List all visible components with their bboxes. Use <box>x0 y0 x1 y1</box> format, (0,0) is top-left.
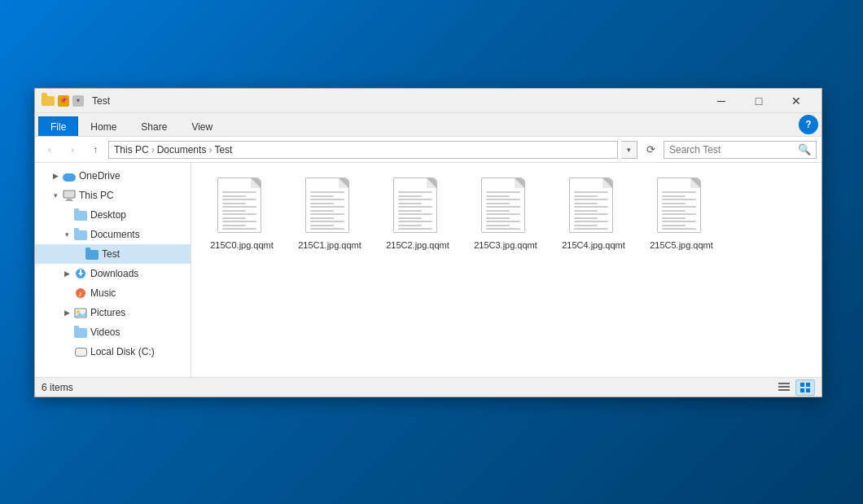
doc-line <box>662 232 686 234</box>
sidebar-item-test[interactable]: ▶ Test <box>35 244 191 264</box>
doc-line <box>574 221 608 222</box>
doc-line <box>662 225 686 226</box>
path-documents: Documents <box>157 144 207 156</box>
sidebar: ▶ OneDrive ▾ This PC ▶ Desktop <box>35 163 191 377</box>
svg-rect-14 <box>800 383 804 387</box>
close-button[interactable]: ✕ <box>778 89 815 113</box>
maximize-button[interactable]: □ <box>740 89 778 113</box>
title-dropdown-btn[interactable]: ▾ <box>72 95 84 107</box>
tab-view[interactable]: View <box>179 116 225 136</box>
title-pin-icon: 📌 <box>58 95 69 107</box>
path-thispc: This PC <box>114 144 149 156</box>
file-icon-5 <box>657 177 706 236</box>
svg-rect-13 <box>778 389 790 391</box>
doc-line <box>310 203 334 204</box>
expand-downloads-icon: ▶ <box>61 268 72 279</box>
forward-button[interactable]: › <box>63 140 82 160</box>
doc-line <box>310 225 334 226</box>
tab-file[interactable]: File <box>38 116 78 136</box>
sidebar-item-music[interactable]: ▶ ♪ Music <box>35 283 191 303</box>
doc-line <box>398 225 422 226</box>
back-button[interactable]: ‹ <box>40 140 59 160</box>
window-title: Test <box>92 95 698 107</box>
file-item-0[interactable]: 215C0.jpg.qqmt <box>201 173 283 256</box>
doc-line <box>486 221 520 222</box>
file-item-2[interactable]: 215C2.jpg.qqmt <box>377 173 458 256</box>
file-item-1[interactable]: 215C1.jpg.qqmt <box>289 173 370 256</box>
minimize-button[interactable]: ─ <box>703 89 740 113</box>
svg-rect-5 <box>80 270 81 274</box>
help-button[interactable]: ? <box>799 115 818 134</box>
file-name-3: 215C3.jpg.qqmt <box>474 239 537 251</box>
sidebar-item-videos[interactable]: ▶ Videos <box>35 322 191 342</box>
main-content: 215C0.jpg.qqmt <box>191 163 821 377</box>
file-item-5[interactable]: 215C5.jpg.qqmt <box>641 173 722 256</box>
tab-share[interactable]: Share <box>129 116 179 136</box>
sidebar-item-pictures[interactable]: ▶ Pictures <box>35 303 191 322</box>
doc-line <box>222 206 256 208</box>
sidebar-item-downloads[interactable]: ▶ Downloads <box>35 264 191 283</box>
doc-line <box>310 191 344 193</box>
doc-line <box>486 195 510 197</box>
doc-line <box>398 199 432 200</box>
sidebar-item-label-desktop: Desktop <box>90 209 126 221</box>
sidebar-item-localdisk[interactable]: ▶ Local Disk (C:) <box>35 342 191 362</box>
tab-home[interactable]: Home <box>78 116 129 136</box>
sidebar-item-label-localdisk: Local Disk (C:) <box>90 346 155 357</box>
doc-line <box>310 232 334 234</box>
expand-thispc-icon: ▾ <box>50 190 61 201</box>
up-button[interactable]: ↑ <box>85 140 105 160</box>
doc-line <box>486 232 510 234</box>
title-bar-icons: 📌 ▾ <box>42 95 84 107</box>
doc-line <box>662 228 696 230</box>
search-input[interactable] <box>669 144 795 156</box>
doc-line <box>574 191 608 193</box>
doc-line <box>310 199 344 200</box>
sidebar-item-thispc[interactable]: ▾ This PC <box>35 186 191 205</box>
doc-line <box>222 203 246 204</box>
document-icon-2 <box>393 177 437 233</box>
sidebar-item-documents[interactable]: ▾ Documents <box>35 225 191 244</box>
expand-documents-icon: ▾ <box>61 229 72 240</box>
doc-line <box>398 232 422 234</box>
computer-icon <box>63 189 76 202</box>
doc-line <box>486 210 510 212</box>
doc-line <box>222 191 256 193</box>
doc-line <box>310 228 344 230</box>
music-icon: ♪ <box>74 287 87 300</box>
doc-line <box>310 217 334 219</box>
svg-rect-2 <box>65 200 73 201</box>
details-view-button[interactable] <box>774 379 794 396</box>
file-item-4[interactable]: 215C4.jpg.qqmt <box>553 173 634 256</box>
file-item-3[interactable]: 215C3.jpg.qqmt <box>465 173 546 256</box>
file-icon-0 <box>217 177 266 236</box>
file-icon-2 <box>393 177 442 236</box>
sidebar-item-label-onedrive: OneDrive <box>79 170 120 182</box>
search-box[interactable]: 🔍 <box>664 141 817 159</box>
doc-line <box>486 206 520 208</box>
address-path[interactable]: This PC › Documents › Test <box>108 141 618 159</box>
svg-text:♪: ♪ <box>78 289 82 298</box>
doc-line <box>486 191 520 193</box>
doc-line <box>398 203 422 204</box>
refresh-button[interactable]: ⟳ <box>641 140 660 160</box>
path-test: Test <box>214 144 232 156</box>
sidebar-item-desktop[interactable]: ▶ Desktop <box>35 205 191 225</box>
grid-view-button[interactable] <box>795 379 815 396</box>
svg-rect-16 <box>800 388 804 392</box>
file-name-1: 215C1.jpg.qqmt <box>298 239 361 251</box>
sidebar-item-onedrive[interactable]: ▶ OneDrive <box>35 166 191 186</box>
view-buttons <box>774 379 815 396</box>
doc-line <box>574 228 608 230</box>
svg-rect-15 <box>806 383 810 387</box>
sidebar-item-label-thispc: This PC <box>79 190 114 201</box>
ribbon: File Home Share View ? <box>35 113 821 137</box>
doc-line <box>574 213 608 215</box>
doc-line <box>398 228 432 230</box>
status-bar: 6 items <box>35 377 821 397</box>
videos-folder-icon <box>74 326 87 339</box>
doc-line <box>574 210 598 212</box>
window-controls: ─ □ ✕ <box>703 89 815 113</box>
sidebar-item-label-documents: Documents <box>90 229 140 240</box>
address-dropdown-button[interactable]: ▾ <box>621 141 637 159</box>
